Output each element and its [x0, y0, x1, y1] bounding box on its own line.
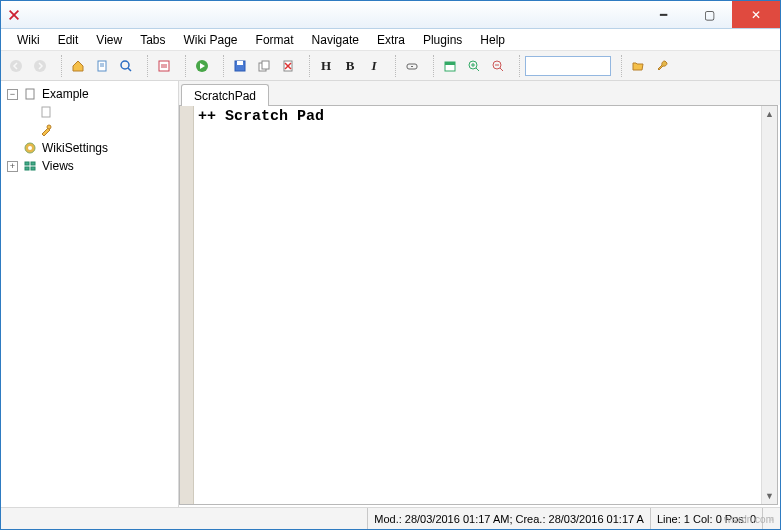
link-icon	[405, 59, 419, 73]
menu-navigate[interactable]: Navigate	[304, 31, 367, 49]
close-button[interactable]: ✕	[732, 1, 780, 28]
history-button[interactable]	[91, 55, 113, 77]
zoom-in-button[interactable]	[463, 55, 485, 77]
forward-button[interactable]	[29, 55, 51, 77]
page-icon	[38, 104, 54, 120]
separator	[514, 55, 520, 77]
menu-help[interactable]: Help	[472, 31, 513, 49]
separator	[616, 55, 622, 77]
svg-point-33	[28, 146, 32, 150]
menu-edit[interactable]: Edit	[50, 31, 87, 49]
svg-point-2	[10, 60, 22, 72]
toolbar: H B I	[1, 51, 780, 81]
tree-label: Example	[42, 87, 89, 101]
open-button[interactable]	[627, 55, 649, 77]
collapse-icon[interactable]: −	[7, 89, 18, 100]
search-input[interactable]	[525, 56, 611, 76]
back-button[interactable]	[5, 55, 27, 77]
svg-rect-29	[26, 89, 34, 99]
separator	[428, 55, 434, 77]
bold-button[interactable]: B	[339, 55, 361, 77]
search-icon	[119, 59, 133, 73]
svg-rect-14	[262, 61, 269, 69]
options-button[interactable]	[651, 55, 673, 77]
scroll-down-icon[interactable]: ▼	[762, 488, 778, 504]
tree-label: Views	[42, 159, 74, 173]
svg-point-7	[121, 61, 129, 69]
svg-rect-21	[445, 62, 455, 65]
titlebar: ━ ▢ ✕	[1, 1, 780, 29]
zoom-out-icon	[491, 59, 505, 73]
italic-button[interactable]: I	[363, 55, 385, 77]
tree-item-example[interactable]: − Example	[3, 85, 176, 103]
svg-line-27	[500, 68, 503, 71]
rename-button[interactable]	[253, 55, 275, 77]
tab-scratchpad[interactable]: ScratchPad	[181, 84, 269, 106]
maximize-button[interactable]: ▢	[686, 1, 732, 28]
svg-line-8	[128, 68, 131, 71]
separator	[390, 55, 396, 77]
home-icon	[71, 59, 85, 73]
menu-format[interactable]: Format	[248, 31, 302, 49]
editor[interactable]: ++ Scratch Pad	[194, 106, 761, 504]
home-button[interactable]	[67, 55, 89, 77]
svg-rect-30	[42, 107, 50, 117]
timestamp-button[interactable]	[439, 55, 461, 77]
tree-item-child[interactable]	[3, 103, 176, 121]
expand-icon[interactable]: +	[7, 161, 18, 172]
menu-wiki[interactable]: Wiki	[9, 31, 48, 49]
search-button[interactable]	[115, 55, 137, 77]
svg-rect-37	[31, 167, 35, 170]
delete-icon	[281, 59, 295, 73]
status-modified: Mod.: 28/03/2016 01:17 AM; Crea.: 28/03/…	[367, 508, 650, 529]
save-button[interactable]	[229, 55, 251, 77]
menu-tabs[interactable]: Tabs	[132, 31, 173, 49]
statusbar: Mod.: 28/03/2016 01:17 AM; Crea.: 28/03/…	[1, 507, 780, 529]
separator	[304, 55, 310, 77]
tree-label: WikiSettings	[42, 141, 108, 155]
menu-extra[interactable]: Extra	[369, 31, 413, 49]
tree-item-views[interactable]: + Views	[3, 157, 176, 175]
switch-view-button[interactable]	[153, 55, 175, 77]
svg-line-23	[476, 68, 479, 71]
app-icon	[7, 8, 21, 22]
zoom-out-button[interactable]	[487, 55, 509, 77]
separator	[56, 55, 62, 77]
menu-wiki-page[interactable]: Wiki Page	[176, 31, 246, 49]
menu-plugins[interactable]: Plugins	[415, 31, 470, 49]
separator	[180, 55, 186, 77]
scratch-icon	[38, 122, 54, 138]
menubar: Wiki Edit View Tabs Wiki Page Format Nav…	[1, 29, 780, 51]
arrow-right-icon	[33, 59, 47, 73]
separator	[142, 55, 148, 77]
calendar-icon	[443, 59, 457, 73]
save-icon	[233, 59, 247, 73]
delete-button[interactable]	[277, 55, 299, 77]
sidebar-tree[interactable]: − Example WikiSettings +	[1, 81, 179, 507]
tree-item-scratch[interactable]	[3, 121, 176, 139]
svg-rect-9	[159, 61, 169, 71]
heading-button[interactable]: H	[315, 55, 337, 77]
link-button[interactable]	[401, 55, 423, 77]
svg-point-31	[47, 125, 51, 129]
scroll-up-icon[interactable]: ▲	[762, 106, 778, 122]
zoom-in-icon	[467, 59, 481, 73]
folder-open-icon	[631, 59, 645, 73]
preview-icon	[157, 59, 171, 73]
vertical-scrollbar[interactable]: ▲ ▼	[761, 106, 777, 504]
wrench-icon	[655, 59, 669, 73]
menu-view[interactable]: View	[88, 31, 130, 49]
views-icon	[22, 158, 38, 174]
minimize-button[interactable]: ━	[640, 1, 686, 28]
go-button[interactable]	[191, 55, 213, 77]
tab-strip: ScratchPad	[179, 81, 780, 105]
tree-item-wikisettings[interactable]: WikiSettings	[3, 139, 176, 157]
page-icon	[95, 59, 109, 73]
separator	[218, 55, 224, 77]
go-icon	[195, 59, 209, 73]
svg-point-3	[34, 60, 46, 72]
svg-rect-35	[31, 162, 35, 165]
svg-rect-36	[25, 167, 29, 170]
svg-rect-34	[25, 162, 29, 165]
arrow-left-icon	[9, 59, 23, 73]
